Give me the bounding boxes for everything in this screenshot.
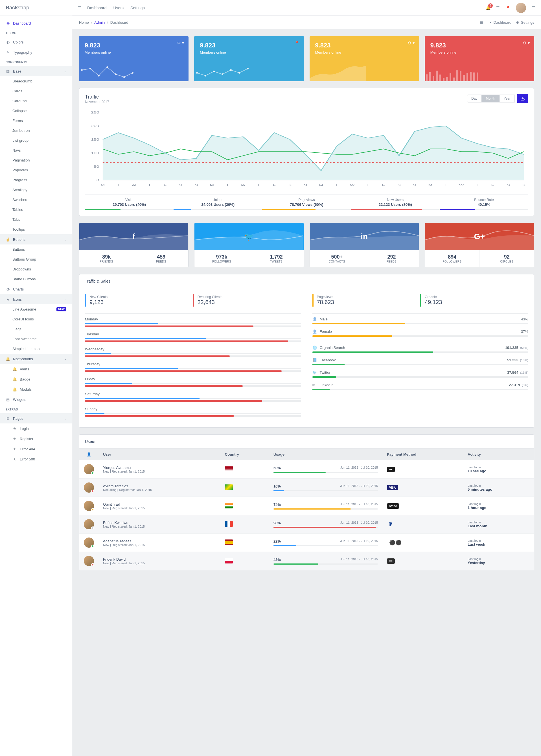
nav-label: Buttons: [12, 247, 25, 252]
last-login-label: Last login: [468, 557, 529, 561]
sidebar-subitem[interactable]: Tables: [0, 205, 72, 215]
user-avatar: [84, 537, 94, 548]
sidebar-subitem[interactable]: Navs: [0, 145, 72, 155]
location-icon[interactable]: 📍: [505, 6, 510, 10]
puzzle-icon: ▦: [6, 69, 10, 73]
subheader-link-settings[interactable]: ⚙ Settings: [516, 20, 534, 25]
sidebar-item-colors[interactable]: ◐ Colors: [0, 37, 72, 47]
subheader-link-dashboard[interactable]: 〰 Dashboard: [488, 20, 511, 25]
table-row[interactable]: Friderik Dávid New | Registered: Jan 1, …: [79, 552, 534, 570]
sidebar-subitem[interactable]: Buttons Group: [0, 254, 72, 264]
table-row[interactable]: Enéas Kwadwo New | Registered: Jan 1, 20…: [79, 515, 534, 533]
sidebar-subitem[interactable]: CoreUI Icons: [0, 314, 72, 324]
payment-paypal-icon: 𝐏: [387, 520, 394, 528]
sidebar-subitem[interactable]: Switches: [0, 195, 72, 205]
sidebar-group-notifications[interactable]: 🔔 Notifications ⌄: [0, 354, 72, 364]
day-label: Friday: [85, 377, 95, 381]
stat-card: ⚙ ▾ 9.823 Members online: [425, 36, 534, 81]
nav-label: CoreUI Icons: [12, 317, 34, 321]
breadcrumb-item[interactable]: Admin: [94, 20, 105, 25]
svg-point-0: [81, 69, 83, 71]
sidebar-item-widgets[interactable]: ▤ Widgets: [0, 394, 72, 404]
sidebar-subitem[interactable]: List group: [0, 136, 72, 145]
sidebar-subitem[interactable]: 🔔Modals: [0, 384, 72, 394]
sidebar-subitem[interactable]: Line AwesomeNEW: [0, 304, 72, 314]
sidebar-subitem[interactable]: ★Login: [0, 423, 72, 433]
header-nav-link[interactable]: Dashboard: [87, 6, 107, 10]
day-label: Wednesday: [85, 347, 104, 351]
stat-label: Visits: [85, 198, 174, 202]
list-icon[interactable]: ☰: [496, 6, 500, 10]
sidebar-subitem[interactable]: Flags: [0, 324, 72, 334]
sidebar-item-charts[interactable]: ◔ Charts: [0, 284, 72, 294]
sidebar-group-pages[interactable]: 🗎 Pages ⌄: [0, 413, 72, 423]
download-button[interactable]: [517, 94, 528, 103]
sidebar-subitem[interactable]: Tooltips: [0, 225, 72, 234]
nav-label: Register: [20, 437, 33, 441]
sidebar-subitem[interactable]: Buttons: [0, 245, 72, 254]
menu-toggle-icon[interactable]: ☰: [78, 6, 82, 10]
cursor-icon: ☝: [6, 237, 10, 242]
sidebar-subitem[interactable]: Carousel: [0, 96, 72, 106]
usage-date: Jun 11, 2015 - Jul 10, 2015: [340, 539, 378, 543]
header-nav-link[interactable]: Settings: [130, 6, 145, 10]
sidebar-subitem[interactable]: Progress: [0, 175, 72, 185]
sidebar: Backstrap ◉ Dashboard THEME ◐ Colors ✎ T…: [0, 0, 72, 756]
table-row[interactable]: Avram Tarasios Recurring | Registered: J…: [79, 478, 534, 497]
sidebar-subitem[interactable]: Breadcrumb: [0, 76, 72, 86]
table-row[interactable]: Quintin Ed New | Registered: Jan 1, 2015…: [79, 497, 534, 515]
sidebar-subitem[interactable]: Font Awesome: [0, 334, 72, 344]
sidebar-subitem[interactable]: Forms: [0, 116, 72, 126]
sidebar-group-buttons[interactable]: ☝ Buttons ⌄: [0, 234, 72, 245]
gear-dropdown-icon[interactable]: ⚙ ▾: [408, 41, 414, 45]
last-login-label: Last login: [468, 539, 529, 542]
sidebar-item-typography[interactable]: ✎ Typography: [0, 47, 72, 57]
sidebar-group-icons[interactable]: ★ Icons ⌄: [0, 294, 72, 304]
sidebar-subitem[interactable]: Jumbotron: [0, 126, 72, 136]
sidebar-subitem[interactable]: 🔔Alerts: [0, 364, 72, 374]
sidebar-subitem[interactable]: Popovers: [0, 165, 72, 175]
stat-value: 40.15%: [440, 202, 528, 207]
breadcrumb-item[interactable]: Home: [79, 20, 89, 25]
sidebar-subitem[interactable]: Simple Line Icons: [0, 344, 72, 354]
table-row[interactable]: Yiorgos Avraamu New | Registered: Jan 1,…: [79, 460, 534, 478]
sidebar-subitem[interactable]: Pagination: [0, 155, 72, 165]
sidebar-subitem[interactable]: Brand Buttons: [0, 274, 72, 284]
period-button[interactable]: Year: [499, 95, 515, 103]
sidebar-group-base[interactable]: ▦ Base ⌄: [0, 66, 72, 76]
last-login-time: Yesterday: [468, 561, 529, 565]
gear-dropdown-icon[interactable]: ⚙ ▾: [177, 41, 184, 45]
sidebar-subitem[interactable]: ★Register: [0, 433, 72, 444]
sidebar-subitem[interactable]: Cards: [0, 86, 72, 96]
table-row[interactable]: Agapetus Tadeáš New | Registered: Jan 1,…: [79, 533, 534, 552]
gear-dropdown-icon[interactable]: 📍: [294, 41, 299, 45]
header-nav-link[interactable]: Users: [114, 6, 124, 10]
nav-label: Cards: [12, 89, 22, 93]
chevron-down-icon: ⌄: [64, 417, 66, 420]
nav-label: Breadcrumb: [12, 79, 32, 83]
day-progress-row: Friday: [85, 377, 301, 387]
sidebar-subitem[interactable]: ★Error 500: [0, 454, 72, 464]
user-avatar[interactable]: [516, 3, 526, 13]
sidebar-subitem[interactable]: Collapse: [0, 106, 72, 116]
bell-icon[interactable]: 🔔5: [486, 6, 490, 10]
brand-logo[interactable]: Backstrap: [0, 0, 72, 16]
gear-dropdown-icon[interactable]: ⚙ ▾: [523, 41, 530, 45]
user-meta: New | Registered: Jan 1, 2015: [103, 506, 216, 510]
period-button[interactable]: Day: [467, 95, 481, 103]
sidebar-subitem[interactable]: Scrollspy: [0, 185, 72, 195]
person-icon: 👤: [312, 330, 317, 334]
sidebar-subitem[interactable]: 🔔Badge: [0, 374, 72, 384]
sidebar-subitem[interactable]: Tabs: [0, 215, 72, 225]
subheader-link-graph[interactable]: ▦: [480, 20, 483, 25]
period-button[interactable]: Month: [481, 95, 499, 103]
calculator-icon: ▤: [6, 397, 10, 402]
apps-icon[interactable]: ☰: [532, 6, 535, 10]
nav-label: Jumbotron: [12, 129, 30, 133]
svg-text:S: S: [397, 184, 401, 187]
stat-label: Members online: [315, 50, 413, 55]
user-avatar: [84, 556, 94, 566]
sidebar-subitem[interactable]: Dropdowns: [0, 264, 72, 274]
sidebar-subitem[interactable]: ★Error 404: [0, 444, 72, 454]
sidebar-item-dashboard[interactable]: ◉ Dashboard: [0, 18, 72, 28]
